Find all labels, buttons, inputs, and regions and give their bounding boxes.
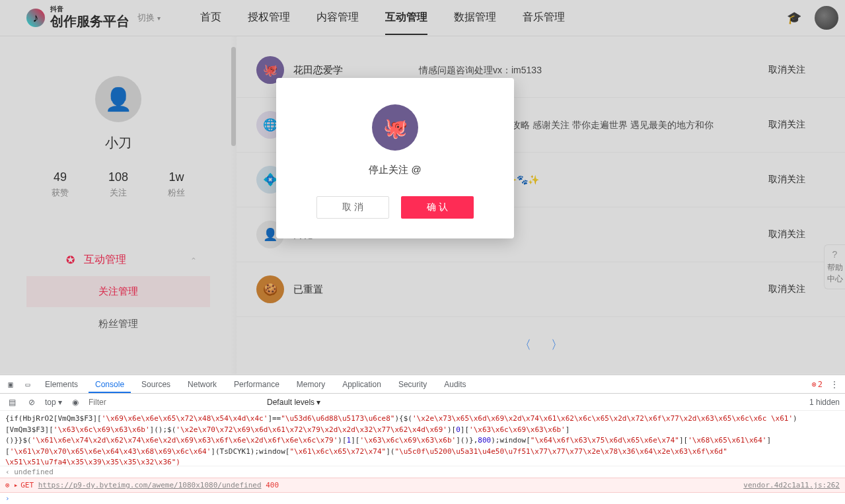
stat-following: 108 关注 (108, 170, 128, 199)
error-icon: ⊗ (5, 481, 10, 489)
sidebar-section-interact[interactable]: ✪ 互动管理 ⌄ (0, 245, 237, 275)
tab-memory[interactable]: Memory (290, 375, 332, 393)
row-avatar: 🍪 (256, 275, 284, 303)
console-error-row: ⊗ ▸ GET https://p9-dy.byteimg.com/aweme/… (0, 478, 845, 493)
unfollow-button[interactable]: 取消关注 (768, 229, 805, 240)
tab-application[interactable]: Application (336, 375, 388, 393)
unfollow-button[interactable]: 取消关注 (768, 283, 805, 295)
sidebar-scrollbar[interactable] (230, 36, 237, 374)
device-toggle-icon[interactable]: ▭ (21, 380, 34, 389)
error-badge[interactable]: ⊗ 2 (812, 380, 823, 389)
sidebar-item-following[interactable]: 关注管理 (26, 276, 210, 307)
console-filter-bar: ▤ ⊘ top ▾ ◉ Default levels ▾ 1 hidden (0, 394, 845, 411)
profile-name: 小刀 (0, 134, 237, 152)
help-center-badge[interactable]: ? 帮助中心 (824, 244, 845, 289)
devtools-tabs: ▣ ▭ Elements Console Sources Network Per… (0, 375, 845, 394)
sidebar-toggle-icon[interactable]: ▤ (5, 398, 18, 407)
tab-performance[interactable]: Performance (227, 375, 286, 393)
logo-title: 创作服务平台 (50, 14, 129, 28)
tab-sources[interactable]: Sources (135, 375, 177, 393)
row-desc: 情感问题咨询处理vx：im5133 (419, 63, 768, 77)
console-prompt[interactable]: › (0, 493, 845, 504)
unfollow-button[interactable]: 取消关注 (768, 119, 805, 131)
tab-security[interactable]: Security (392, 375, 433, 393)
devtools-menu-icon[interactable]: ⋮ (828, 380, 841, 389)
error-source[interactable]: vendor.4d2c1a11.js:262 (743, 481, 840, 489)
help-label: 帮助中心 (826, 262, 844, 285)
logo[interactable]: ♪ 抖音 创作服务平台 (26, 6, 129, 30)
logo-subtitle: 抖音 (50, 6, 129, 13)
sidebar-item-followers[interactable]: 粉丝管理 (26, 308, 210, 340)
list-item: 🍪 已重置 取消关注 (237, 262, 845, 317)
filter-input[interactable] (89, 398, 260, 407)
unfollow-confirm-modal: 🐙 停止关注 @ 取 消 确 认 (276, 78, 514, 238)
row-name: 已重置 (293, 283, 419, 296)
left-sidebar: 👤 小刀 49 获赞 108 关注 1w 粉丝 (0, 36, 237, 374)
clear-console-icon[interactable]: ⊘ (25, 398, 38, 407)
modal-text: 停止关注 @ (296, 164, 494, 176)
nav-auth[interactable]: 授权管理 (248, 1, 290, 35)
profile-avatar: 👤 (95, 76, 141, 122)
unfollow-button[interactable]: 取消关注 (768, 174, 805, 186)
confirm-button[interactable]: 确 认 (401, 196, 474, 219)
inspect-icon[interactable]: ▣ (4, 380, 17, 389)
profile-card: 👤 小刀 49 获赞 108 关注 1w 粉丝 (0, 50, 237, 219)
tab-network[interactable]: Network (181, 375, 223, 393)
row-name: 花田恋爱学 (293, 64, 419, 77)
douyin-icon: ♪ (26, 9, 45, 27)
user-avatar[interactable] (815, 6, 838, 30)
nav-content[interactable]: 内容管理 (316, 1, 359, 35)
chevron-up-icon: ⌄ (190, 256, 197, 265)
tab-audits[interactable]: Audits (437, 375, 472, 393)
hidden-count: 1 hidden (809, 398, 840, 407)
stat-likes: 49 获赞 (52, 170, 69, 199)
cancel-button[interactable]: 取 消 (316, 196, 389, 219)
unfollow-button[interactable]: 取消关注 (768, 64, 805, 76)
tab-elements[interactable]: Elements (38, 375, 85, 393)
error-url[interactable]: https://p9-dy.byteimg.com/aweme/1080x108… (38, 481, 262, 489)
next-page[interactable]: 〉 (551, 337, 563, 353)
prev-page[interactable]: 〈 (519, 337, 531, 353)
app-header: ♪ 抖音 创作服务平台 切换 ▾ 首页 授权管理 内容管理 互动管理 数据管理 … (0, 0, 845, 36)
interact-icon: ✪ (66, 254, 75, 266)
nav-interact[interactable]: 互动管理 (385, 1, 427, 35)
console-output: {if(HbjRrO2[VmQm3$F3]['\x69\x6e\x6e\x65\… (0, 411, 845, 466)
nav-home[interactable]: 首页 (200, 1, 221, 35)
modal-avatar: 🐙 (372, 104, 418, 151)
nav-music[interactable]: 音乐管理 (523, 1, 565, 35)
devtools-panel: ▣ ▭ Elements Console Sources Network Per… (0, 375, 845, 504)
context-select[interactable]: top ▾ (45, 398, 62, 407)
pager: 〈 〉 (237, 317, 845, 373)
tab-console[interactable]: Console (89, 375, 131, 393)
sidebar-section-label: 互动管理 (84, 253, 126, 267)
error-icon: ⊗ (812, 380, 817, 389)
levels-select[interactable]: Default levels ▾ (267, 398, 320, 407)
switch-account[interactable]: 切换 ▾ (137, 12, 161, 24)
help-icon: ? (826, 249, 844, 260)
console-return: ‹ undefined (0, 466, 845, 478)
stat-followers: 1w 粉丝 (168, 170, 185, 199)
top-nav: 首页 授权管理 内容管理 互动管理 数据管理 音乐管理 (200, 1, 565, 35)
live-expr-icon[interactable]: ◉ (69, 398, 82, 407)
graduation-icon[interactable]: 🎓 (787, 11, 801, 25)
caret-down-icon: ▾ (157, 15, 161, 22)
nav-data[interactable]: 数据管理 (454, 1, 496, 35)
